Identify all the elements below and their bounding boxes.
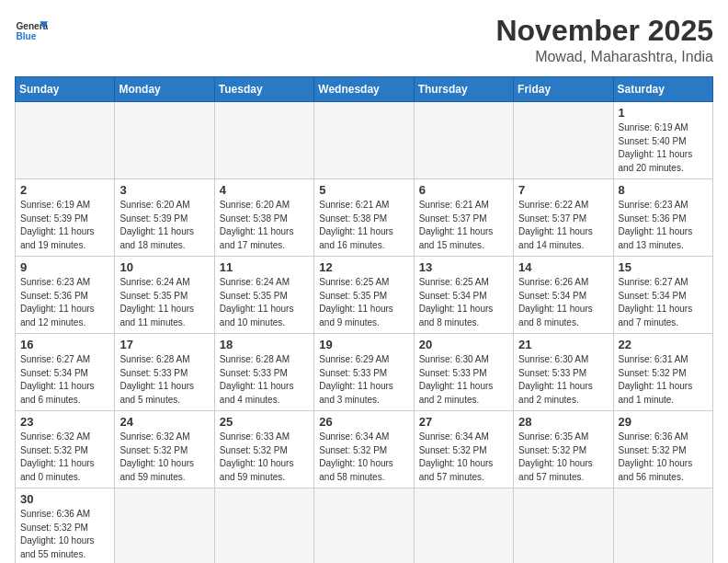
- day-info: Sunrise: 6:26 AM Sunset: 5:34 PM Dayligh…: [518, 276, 608, 329]
- day-info: Sunrise: 6:19 AM Sunset: 5:40 PM Dayligh…: [619, 121, 708, 175]
- day-number: 21: [518, 338, 608, 351]
- day-number: 8: [619, 183, 708, 197]
- day-number: 23: [20, 415, 109, 429]
- day-number: 19: [319, 338, 408, 351]
- calendar-cell: 12Sunrise: 6:25 AM Sunset: 5:35 PM Dayli…: [314, 257, 414, 334]
- week-row-5: 23Sunrise: 6:32 AM Sunset: 5:32 PM Dayli…: [16, 411, 713, 488]
- day-number: 22: [619, 338, 708, 351]
- day-number: 15: [619, 260, 708, 274]
- calendar-cell: 27Sunrise: 6:34 AM Sunset: 5:32 PM Dayli…: [414, 411, 513, 488]
- day-number: 1: [619, 106, 708, 120]
- day-number: 10: [119, 260, 209, 274]
- day-number: 7: [518, 183, 608, 197]
- calendar-cell: [514, 488, 613, 563]
- day-info: Sunrise: 6:34 AM Sunset: 5:32 PM Dayligh…: [319, 431, 408, 484]
- day-info: Sunrise: 6:27 AM Sunset: 5:34 PM Dayligh…: [619, 276, 708, 329]
- calendar-cell: 26Sunrise: 6:34 AM Sunset: 5:32 PM Dayli…: [314, 411, 414, 488]
- calendar-cell: [414, 102, 513, 179]
- calendar-cell: 6Sunrise: 6:21 AM Sunset: 5:37 PM Daylig…: [414, 179, 513, 257]
- weekday-header-row: SundayMondayTuesdayWednesdayThursdayFrid…: [16, 77, 713, 102]
- day-number: 2: [20, 183, 109, 197]
- day-info: Sunrise: 6:36 AM Sunset: 5:32 PM Dayligh…: [20, 508, 109, 561]
- calendar-cell: 30Sunrise: 6:36 AM Sunset: 5:32 PM Dayli…: [16, 488, 115, 563]
- calendar-cell: 25Sunrise: 6:33 AM Sunset: 5:32 PM Dayli…: [214, 411, 313, 488]
- calendar-cell: 21Sunrise: 6:30 AM Sunset: 5:33 PM Dayli…: [514, 334, 613, 411]
- calendar-cell: [613, 488, 712, 563]
- day-number: 27: [419, 415, 508, 429]
- week-row-6: 30Sunrise: 6:36 AM Sunset: 5:32 PM Dayli…: [16, 488, 713, 563]
- calendar-cell: 14Sunrise: 6:26 AM Sunset: 5:34 PM Dayli…: [514, 257, 613, 334]
- day-info: Sunrise: 6:34 AM Sunset: 5:32 PM Dayligh…: [419, 431, 508, 484]
- day-number: 3: [119, 183, 209, 197]
- day-info: Sunrise: 6:21 AM Sunset: 5:38 PM Dayligh…: [319, 199, 408, 252]
- day-info: Sunrise: 6:22 AM Sunset: 5:37 PM Dayligh…: [518, 199, 608, 252]
- day-number: 14: [518, 260, 608, 274]
- day-info: Sunrise: 6:32 AM Sunset: 5:32 PM Dayligh…: [20, 431, 109, 484]
- calendar-cell: 28Sunrise: 6:35 AM Sunset: 5:32 PM Dayli…: [514, 411, 613, 488]
- calendar-cell: [115, 102, 214, 179]
- day-info: Sunrise: 6:30 AM Sunset: 5:33 PM Dayligh…: [518, 353, 608, 407]
- weekday-header-friday: Friday: [514, 77, 613, 102]
- calendar-table: SundayMondayTuesdayWednesdayThursdayFrid…: [15, 76, 713, 563]
- day-number: 29: [619, 415, 708, 429]
- weekday-header-monday: Monday: [115, 77, 214, 102]
- week-row-3: 9Sunrise: 6:23 AM Sunset: 5:36 PM Daylig…: [16, 257, 713, 334]
- day-info: Sunrise: 6:24 AM Sunset: 5:35 PM Dayligh…: [119, 276, 209, 329]
- location-title: Mowad, Maharashtra, India: [495, 49, 713, 65]
- day-info: Sunrise: 6:20 AM Sunset: 5:38 PM Dayligh…: [220, 199, 309, 252]
- calendar-cell: 23Sunrise: 6:32 AM Sunset: 5:32 PM Dayli…: [16, 411, 115, 488]
- day-info: Sunrise: 6:23 AM Sunset: 5:36 PM Dayligh…: [619, 199, 708, 252]
- day-number: 16: [20, 338, 109, 351]
- weekday-header-saturday: Saturday: [613, 77, 712, 102]
- day-number: 4: [220, 183, 309, 197]
- calendar-cell: 24Sunrise: 6:32 AM Sunset: 5:32 PM Dayli…: [115, 411, 214, 488]
- week-row-2: 2Sunrise: 6:19 AM Sunset: 5:39 PM Daylig…: [16, 179, 713, 257]
- calendar-cell: 29Sunrise: 6:36 AM Sunset: 5:32 PM Dayli…: [613, 411, 712, 488]
- calendar-cell: 11Sunrise: 6:24 AM Sunset: 5:35 PM Dayli…: [214, 257, 313, 334]
- calendar-cell: 7Sunrise: 6:22 AM Sunset: 5:37 PM Daylig…: [514, 179, 613, 257]
- calendar-cell: 9Sunrise: 6:23 AM Sunset: 5:36 PM Daylig…: [16, 257, 115, 334]
- calendar-cell: [314, 102, 414, 179]
- calendar-cell: [314, 488, 414, 563]
- day-info: Sunrise: 6:31 AM Sunset: 5:32 PM Dayligh…: [619, 353, 708, 407]
- day-number: 24: [119, 415, 209, 429]
- day-number: 11: [220, 260, 309, 274]
- calendar-cell: 18Sunrise: 6:28 AM Sunset: 5:33 PM Dayli…: [214, 334, 313, 411]
- day-number: 13: [419, 260, 508, 274]
- weekday-header-thursday: Thursday: [414, 77, 513, 102]
- calendar-cell: 10Sunrise: 6:24 AM Sunset: 5:35 PM Dayli…: [115, 257, 214, 334]
- day-number: 12: [319, 260, 408, 274]
- day-number: 25: [220, 415, 309, 429]
- day-number: 28: [518, 415, 608, 429]
- day-info: Sunrise: 6:27 AM Sunset: 5:34 PM Dayligh…: [20, 353, 109, 407]
- logo: General Blue: [15, 15, 48, 48]
- day-number: 26: [319, 415, 408, 429]
- day-info: Sunrise: 6:32 AM Sunset: 5:32 PM Dayligh…: [119, 431, 209, 484]
- calendar-cell: 5Sunrise: 6:21 AM Sunset: 5:38 PM Daylig…: [314, 179, 414, 257]
- weekday-header-sunday: Sunday: [16, 77, 115, 102]
- day-number: 17: [119, 338, 209, 351]
- day-info: Sunrise: 6:20 AM Sunset: 5:39 PM Dayligh…: [119, 199, 209, 252]
- calendar-cell: [514, 102, 613, 179]
- day-info: Sunrise: 6:21 AM Sunset: 5:37 PM Dayligh…: [419, 199, 508, 252]
- month-title: November 2025: [495, 15, 713, 47]
- day-info: Sunrise: 6:19 AM Sunset: 5:39 PM Dayligh…: [20, 199, 109, 252]
- calendar-cell: 19Sunrise: 6:29 AM Sunset: 5:33 PM Dayli…: [314, 334, 414, 411]
- calendar-cell: 15Sunrise: 6:27 AM Sunset: 5:34 PM Dayli…: [613, 257, 712, 334]
- day-info: Sunrise: 6:29 AM Sunset: 5:33 PM Dayligh…: [319, 353, 408, 407]
- day-number: 5: [319, 183, 408, 197]
- day-number: 9: [20, 260, 109, 274]
- calendar-cell: [115, 488, 214, 563]
- weekday-header-wednesday: Wednesday: [314, 77, 414, 102]
- logo-icon: General Blue: [15, 15, 48, 48]
- calendar-cell: 16Sunrise: 6:27 AM Sunset: 5:34 PM Dayli…: [16, 334, 115, 411]
- day-info: Sunrise: 6:28 AM Sunset: 5:33 PM Dayligh…: [119, 353, 209, 407]
- day-info: Sunrise: 6:24 AM Sunset: 5:35 PM Dayligh…: [220, 276, 309, 329]
- day-info: Sunrise: 6:25 AM Sunset: 5:34 PM Dayligh…: [419, 276, 508, 329]
- day-info: Sunrise: 6:36 AM Sunset: 5:32 PM Dayligh…: [619, 431, 708, 484]
- week-row-1: 1Sunrise: 6:19 AM Sunset: 5:40 PM Daylig…: [16, 102, 713, 179]
- calendar-cell: [214, 102, 313, 179]
- day-number: 30: [20, 492, 109, 506]
- calendar-cell: 20Sunrise: 6:30 AM Sunset: 5:33 PM Dayli…: [414, 334, 513, 411]
- day-info: Sunrise: 6:23 AM Sunset: 5:36 PM Dayligh…: [20, 276, 109, 329]
